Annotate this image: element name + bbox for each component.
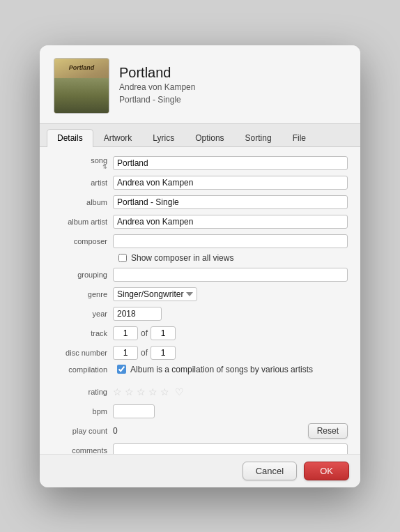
star-5[interactable]: ☆ (160, 386, 169, 397)
disc-label: disc number (47, 349, 113, 357)
reset-button[interactable]: Reset (308, 423, 348, 439)
composer-input[interactable] (113, 234, 348, 248)
comments-input[interactable] (113, 443, 348, 454)
artist-row: artist (47, 175, 348, 190)
star-2[interactable]: ☆ (125, 386, 134, 397)
album-artist-input[interactable] (113, 215, 348, 229)
track-artist: Andrea von Kampen (119, 81, 195, 93)
play-count-row: play count 0 Reset (47, 423, 348, 439)
artwork-landscape (54, 78, 109, 113)
spacer (47, 379, 348, 384)
tab-lyrics[interactable]: Lyrics (142, 129, 185, 147)
year-label: year (47, 310, 113, 318)
comments-row: comments (47, 443, 348, 454)
year-input[interactable] (113, 307, 162, 321)
tab-file[interactable]: File (282, 129, 316, 147)
composer-row: composer (47, 234, 348, 249)
track-label: track (47, 329, 113, 337)
tab-bar: Details Artwork Lyrics Options Sorting F… (40, 123, 360, 147)
year-row: year (47, 306, 348, 321)
header: Portland Portland Andrea von Kampen Port… (40, 45, 360, 123)
track-of-label: of (141, 328, 148, 338)
show-composer-checkbox[interactable] (118, 254, 127, 262)
show-composer-label: Show composer in all views (131, 253, 233, 263)
compilation-check: Album is a compilation of songs by vario… (117, 365, 313, 374)
album-input[interactable] (113, 195, 348, 209)
play-count-label: play count (47, 427, 113, 435)
track-row: track of (47, 326, 348, 341)
genre-label: genre (47, 290, 113, 298)
bpm-input[interactable] (113, 404, 155, 418)
dialog: Portland Portland Andrea von Kampen Port… (40, 45, 360, 487)
form-content: song ⇅ artist album album artist compose… (40, 147, 360, 454)
rating-row: rating ☆ ☆ ☆ ☆ ☆ ♡ (47, 384, 348, 400)
play-count-left: play count 0 (47, 426, 118, 436)
album-info: Portland Andrea von Kampen Portland - Si… (119, 65, 195, 106)
artwork-title-overlay: Portland (69, 64, 95, 71)
track-inputs: of (113, 326, 176, 340)
disc-total-input[interactable] (151, 346, 176, 360)
grouping-label: grouping (47, 271, 113, 279)
show-composer-row: Show composer in all views (118, 253, 348, 263)
artist-input[interactable] (113, 176, 348, 190)
bpm-label: bpm (47, 407, 113, 416)
compilation-label: compilation (47, 365, 113, 374)
grouping-row: grouping (47, 267, 348, 282)
track-album: Portland - Single (119, 93, 195, 106)
disc-of-label: of (141, 348, 148, 358)
footer: Cancel OK (40, 454, 360, 487)
album-artwork: Portland (54, 58, 109, 114)
song-row: song ⇅ (47, 155, 348, 171)
album-artist-row: album artist (47, 214, 348, 229)
star-3[interactable]: ☆ (137, 386, 146, 397)
star-4[interactable]: ☆ (148, 386, 157, 397)
tab-sorting[interactable]: Sorting (235, 129, 282, 147)
star-1[interactable]: ☆ (113, 386, 122, 397)
compilation-text: Album is a compilation of songs by vario… (130, 365, 313, 374)
tab-details[interactable]: Details (47, 129, 93, 147)
ok-button[interactable]: OK (304, 462, 349, 480)
compilation-checkbox[interactable] (117, 365, 126, 374)
track-title: Portland (119, 65, 195, 81)
genre-select[interactable]: Singer/Songwriter Pop Rock Jazz Classica… (113, 287, 197, 301)
genre-row: genre Singer/Songwriter Pop Rock Jazz Cl… (47, 287, 348, 302)
disc-row: disc number of (47, 345, 348, 360)
track-number-input[interactable] (113, 326, 138, 340)
composer-label: composer (47, 237, 113, 245)
album-label: album (47, 198, 113, 206)
play-count-value: 0 (113, 426, 118, 436)
heart-icon[interactable]: ♡ (175, 386, 184, 397)
bpm-row: bpm (47, 404, 348, 419)
album-row: album (47, 195, 348, 210)
tab-options[interactable]: Options (185, 129, 234, 147)
disc-inputs: of (113, 346, 176, 360)
tab-artwork[interactable]: Artwork (93, 129, 143, 147)
comments-label: comments (47, 446, 113, 454)
grouping-input[interactable] (113, 268, 348, 282)
cancel-button[interactable]: Cancel (243, 462, 297, 480)
song-input[interactable] (113, 156, 348, 170)
disc-number-input[interactable] (113, 346, 138, 360)
rating-stars: ☆ ☆ ☆ ☆ ☆ ♡ (113, 386, 184, 397)
rating-label: rating (47, 388, 113, 396)
artist-label: artist (47, 178, 113, 187)
song-label: song ⇅ (47, 156, 113, 170)
compilation-row: compilation Album is a compilation of so… (47, 365, 348, 374)
track-total-input[interactable] (151, 326, 176, 340)
album-artist-label: album artist (47, 218, 113, 226)
sort-arrows-icon[interactable]: ⇅ (47, 165, 107, 170)
